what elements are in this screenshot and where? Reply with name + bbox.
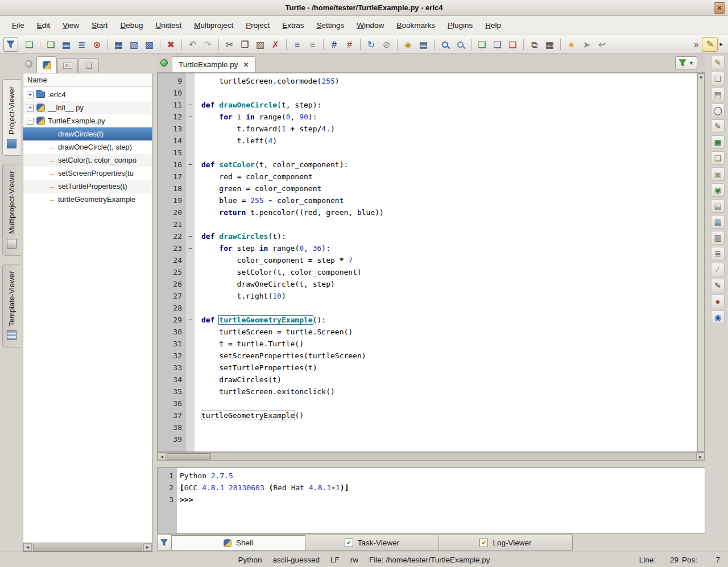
tree-item[interactable]: →setTurtleProperties(t) — [23, 180, 152, 193]
undo-icon[interactable]: ↶ — [185, 37, 200, 52]
marker-red-icon[interactable]: ● — [711, 295, 725, 308]
tree-item[interactable]: →drawOneCircle(t, step) — [23, 140, 152, 154]
shell-text[interactable]: >>> — [177, 494, 193, 506]
code-text[interactable]: def setColor(t, color_component): — [195, 159, 348, 171]
code-line[interactable]: 32 setScreenProperties(turtleScreen) — [158, 350, 697, 362]
fold-marker[interactable] — [186, 374, 195, 386]
save-icon[interactable]: ▦ — [111, 37, 126, 52]
code-line[interactable]: 26 drawOneCircle(t, step) — [158, 278, 697, 290]
globe-icon[interactable]: ◉ — [711, 183, 725, 197]
line-number[interactable]: 13 — [158, 123, 186, 135]
code-text[interactable]: setTurtleProperties(t) — [195, 362, 317, 374]
fold-marker[interactable]: − — [186, 99, 195, 111]
code-line[interactable]: 24 color_component = step * 7 — [158, 254, 697, 266]
fold-marker[interactable] — [186, 218, 195, 230]
scroll-down-arrow[interactable]: ▼ — [697, 73, 705, 452]
find-icon[interactable]: ◈ — [400, 37, 416, 52]
marker-blue-icon[interactable]: ◉ — [711, 311, 725, 324]
line-number[interactable]: 22 — [158, 230, 186, 242]
left-tab-project-viewer[interactable]: Project-Viewer — [2, 79, 20, 156]
menu-extras[interactable]: Extras — [276, 16, 310, 35]
code-line[interactable]: 15 — [158, 147, 697, 159]
code-line[interactable]: 18 green = color_component — [158, 183, 697, 194]
menu-project[interactable]: Project — [239, 16, 276, 35]
shell-line[interactable]: 3>>> — [158, 494, 705, 506]
code-text[interactable]: def drawOneCircle(t, step): — [195, 99, 321, 111]
note-icon[interactable]: ✎ — [711, 119, 725, 133]
line-number[interactable]: 16 — [158, 159, 186, 171]
menu-settings[interactable]: Settings — [311, 16, 351, 35]
menu-unittest[interactable]: Unittest — [149, 16, 188, 35]
fold-marker[interactable] — [186, 433, 195, 445]
left-tab-template-viewer[interactable]: Template-Viewer — [2, 264, 20, 348]
editor-vscrollbar[interactable]: ▲ ▼ — [697, 73, 705, 452]
code-line[interactable]: 23− for step in range(0, 36): — [158, 242, 697, 254]
tree-expander[interactable]: + — [27, 92, 34, 98]
code-text[interactable]: setColor(t, color_component) — [195, 266, 362, 278]
tree-item[interactable]: →setScreenProperties(tu — [23, 167, 152, 180]
preview-icon[interactable]: ❏ — [711, 72, 725, 85]
shell-panel[interactable]: 1Python 2.7.52[GCC 4.8.1 20130603 (Red H… — [157, 467, 705, 533]
code-text[interactable] — [195, 218, 201, 230]
fold-marker[interactable]: − — [186, 230, 195, 242]
scroll-left-arrow[interactable]: ◄ — [23, 543, 32, 551]
code-text[interactable]: for i in range(0, 90): — [195, 111, 317, 123]
menu-debug[interactable]: Debug — [114, 16, 150, 35]
code-line[interactable]: 19 blue = 255 - color_component — [158, 194, 697, 206]
code-line[interactable]: 36 — [158, 398, 697, 409]
subtab-sources[interactable] — [36, 56, 57, 73]
menu-multiproject[interactable]: Multiproject — [188, 16, 239, 35]
menu-file[interactable]: File — [6, 16, 31, 35]
paste-icon[interactable]: ▨ — [253, 37, 268, 52]
code-text[interactable]: def turtleGeometryExample(): — [195, 314, 326, 326]
line-number[interactable]: 37 — [158, 409, 186, 421]
tree-expander[interactable]: − — [27, 118, 34, 125]
code-text[interactable]: t = turtle.Turtle() — [195, 338, 304, 350]
tab-log-viewer[interactable]: ✔Log-Viewer — [439, 535, 573, 551]
line-number[interactable]: 26 — [158, 278, 186, 290]
tree-item[interactable]: +__init__.py — [23, 101, 152, 114]
line-number[interactable]: 35 — [158, 386, 186, 398]
scroll-right-arrow[interactable]: ► — [696, 453, 705, 460]
shell-text[interactable]: Python 2.7.5 — [177, 470, 233, 482]
fold-marker[interactable] — [186, 350, 195, 362]
editor-tab-turtleexample[interactable]: TurtleExample.py ✕ — [172, 56, 256, 72]
menu-edit[interactable]: Edit — [31, 16, 56, 35]
code-line[interactable]: 31 t = turtle.Turtle() — [158, 338, 697, 350]
search-files-icon[interactable] — [453, 37, 468, 52]
menu-plugins[interactable]: Plugins — [441, 16, 479, 35]
fold-marker[interactable] — [186, 362, 195, 374]
fold-marker[interactable] — [186, 266, 195, 278]
split-view-icon[interactable]: ❏ — [490, 37, 505, 52]
bookmark-icon[interactable]: ▤ — [416, 37, 431, 52]
indent-icon[interactable]: ≡ — [289, 37, 305, 52]
fold-marker[interactable] — [186, 123, 195, 135]
code-line[interactable]: 16−def setColor(t, color_component): — [158, 159, 697, 171]
circle-icon[interactable]: ◯ — [711, 104, 725, 117]
stop-icon[interactable]: ⊘ — [379, 37, 394, 52]
fold-marker[interactable] — [186, 386, 195, 398]
code-line[interactable]: 39 — [158, 433, 697, 445]
code-line[interactable]: 10 — [158, 87, 697, 99]
line-number[interactable]: 29 — [158, 314, 186, 326]
line-number[interactable]: 30 — [158, 326, 186, 338]
line-number[interactable]: 32 — [158, 350, 186, 362]
tab-shell[interactable]: Shell — [172, 535, 305, 551]
code-line[interactable]: 21 — [158, 218, 697, 230]
left-tab-multiproject-viewer[interactable]: Multiproject-Viewer — [2, 164, 20, 255]
line-number[interactable]: 23 — [158, 242, 186, 254]
fold-marker[interactable]: − — [186, 242, 195, 254]
pencil-icon[interactable]: ✎ — [711, 56, 725, 69]
code-text[interactable]: turtleScreen.colormode(255) — [195, 75, 340, 87]
menu-bookmarks[interactable]: Bookmarks — [390, 16, 441, 35]
code-text[interactable]: red = color_component — [195, 171, 313, 183]
code-line[interactable]: 17 red = color_component — [158, 171, 697, 183]
shell-line[interactable]: 2[GCC 4.8.1 20130603 (Red Hat 4.8.1-1)] — [158, 482, 705, 494]
remove-view-icon[interactable]: ❏ — [505, 37, 520, 52]
fold-marker[interactable] — [186, 338, 195, 350]
delete-icon[interactable]: ✗ — [268, 37, 283, 52]
line-number[interactable]: 21 — [158, 218, 186, 230]
code-line[interactable]: 37turtleGeometryExample() — [158, 409, 697, 421]
line-number[interactable]: 31 — [158, 338, 186, 350]
code-line[interactable]: 25 setColor(t, color_component) — [158, 266, 697, 278]
